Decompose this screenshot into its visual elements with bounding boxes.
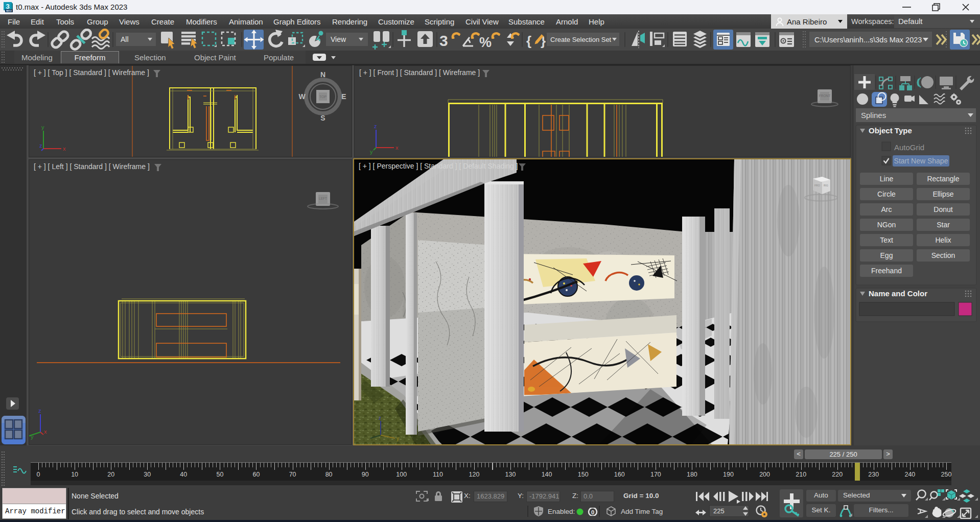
- svg-text:z: z: [39, 143, 42, 149]
- svg-text:y: y: [41, 124, 44, 130]
- svg-text:[ + ] [ Left ] [ Standard ] [: [ + ] [ Left ] [ Standard ] [ Wireframe …: [34, 162, 150, 171]
- svg-text:y: y: [31, 434, 34, 440]
- svg-text:FRO: FRO: [814, 184, 820, 187]
- svg-text:S: S: [320, 114, 325, 122]
- svg-text:All: All: [121, 35, 129, 43]
- svg-text:3: 3: [439, 32, 448, 49]
- svg-text:View: View: [331, 35, 346, 43]
- svg-text:Create Selection Set: Create Selection Set: [550, 36, 612, 43]
- svg-text:W: W: [298, 92, 306, 101]
- svg-text:[ + ] [ Front ] [ Standard ] [: [ + ] [ Front ] [ Standard ] [ Wireframe…: [359, 68, 480, 77]
- svg-text:y: y: [396, 436, 399, 441]
- svg-text:y: y: [370, 149, 373, 155]
- svg-text:MAX: MAX: [6, 9, 12, 12]
- svg-text:E: E: [341, 92, 346, 101]
- svg-text:FRONT: FRONT: [819, 94, 830, 98]
- svg-text:x: x: [395, 145, 399, 151]
- svg-text:Name and Color: Name and Color: [869, 289, 927, 298]
- svg-text:%: %: [479, 35, 492, 50]
- svg-text:{: {: [526, 33, 531, 49]
- svg-text:x: x: [44, 429, 47, 435]
- svg-text:[ + ] [ Perspective ] [ Standa: [ + ] [ Perspective ] [ Standard ] [ Def…: [359, 162, 518, 170]
- svg-text:z: z: [379, 415, 381, 421]
- svg-text:C:\Users\aninh...s\3ds Max 202: C:\Users\aninh...s\3ds Max 2023: [814, 36, 922, 44]
- svg-text:LEFT: LEFT: [319, 197, 327, 200]
- svg-text:0: 0: [591, 509, 594, 515]
- svg-text:z: z: [374, 123, 377, 129]
- svg-text:[ + ] [ Top ] [ Standard ] [ W: [ + ] [ Top ] [ Standard ] [ Wireframe ]: [34, 68, 149, 77]
- svg-text:N: N: [320, 70, 325, 79]
- svg-text:x: x: [63, 146, 66, 152]
- svg-text:z: z: [38, 408, 41, 414]
- svg-text:TOP: TOP: [319, 95, 327, 99]
- svg-text:RIG: RIG: [824, 184, 828, 187]
